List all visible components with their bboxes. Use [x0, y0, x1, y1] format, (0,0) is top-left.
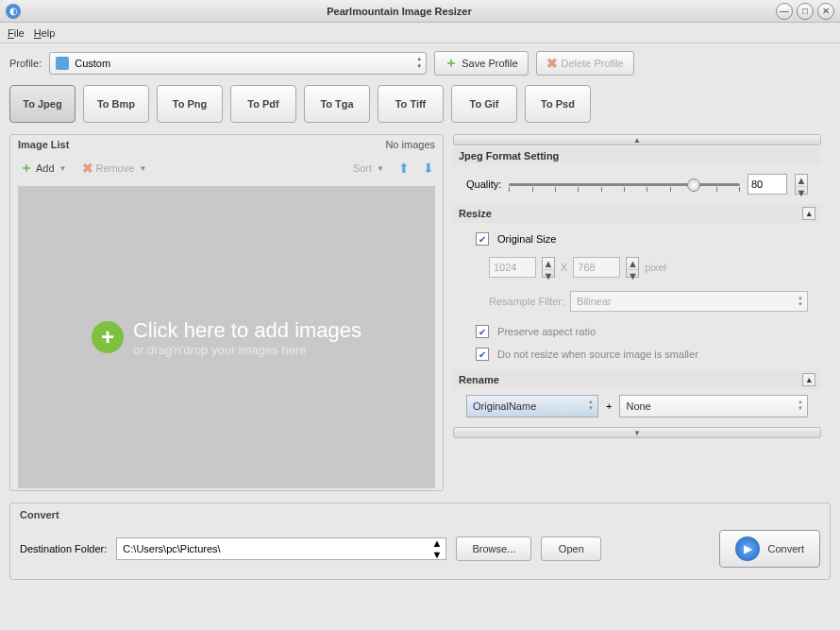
drop-text-2: or drag'n'drop your images here — [133, 343, 361, 357]
profile-select[interactable]: Custom ▲▼ — [49, 52, 427, 75]
chevron-updown-icon: ▲▼ — [798, 295, 803, 308]
collapse-toggle[interactable]: ▴ — [802, 373, 815, 386]
chevron-updown-icon: ▲▼ — [588, 399, 594, 412]
dest-label: Destination Folder: — [20, 543, 107, 554]
profile-row: Profile: Custom ▲▼ ＋ Save Profile ✖ Dele… — [9, 51, 831, 76]
x-icon: ✖ — [82, 161, 93, 176]
browse-button[interactable]: Browse... — [456, 536, 531, 561]
resample-label: Resample Filter: — [489, 296, 564, 307]
quality-slider[interactable] — [509, 175, 740, 194]
convert-panel: Convert Destination Folder: C:\Users\pc\… — [9, 502, 831, 580]
rename-first-select[interactable]: OriginalName ▲▼ — [466, 395, 598, 417]
format-tabs: To Jpeg To Bmp To Png To Pdf To Tga To T… — [9, 85, 831, 123]
chevron-updown-icon: ▲▼ — [416, 55, 422, 70]
titlebar: ◐ Pearlmountain Image Resizer — □ ✕ — [0, 0, 840, 23]
tab-to-tga[interactable]: To Tga — [304, 85, 370, 123]
window-title: Pearlmountain Image Resizer — [26, 6, 772, 17]
tab-to-png[interactable]: To Png — [157, 85, 223, 123]
rename-second-select[interactable]: None ▲▼ — [619, 395, 808, 417]
tab-to-gif[interactable]: To Gif — [451, 85, 517, 123]
quality-input[interactable]: 80 — [748, 174, 787, 195]
tab-to-tiff[interactable]: To Tiff — [378, 85, 444, 123]
jpeg-section-head: Jpeg Format Setting — [453, 147, 821, 164]
slider-thumb[interactable] — [687, 179, 700, 192]
tab-to-bmp[interactable]: To Bmp — [83, 85, 149, 123]
dest-input[interactable]: C:\Users\pc\Pictures\ ▲▼ — [116, 537, 446, 560]
chevron-updown-icon: ▲▼ — [798, 399, 803, 412]
height-input[interactable]: 768 — [573, 257, 620, 278]
menubar: File Help — [0, 23, 840, 43]
chevron-down-icon: ▼ — [377, 164, 384, 173]
chevron-down-icon: ▼ — [59, 164, 67, 173]
collapse-toggle[interactable]: ▴ — [802, 207, 815, 220]
remove-button[interactable]: ✖ Remove ▼ — [78, 159, 151, 178]
app-icon: ◐ — [6, 4, 21, 19]
add-circle-icon: + — [92, 321, 124, 353]
move-up-button[interactable]: ⬆ — [395, 160, 412, 177]
tab-to-jpeg[interactable]: To Jpeg — [9, 85, 76, 123]
plus-icon: ＋ — [20, 160, 33, 177]
plus-icon: ＋ — [445, 55, 458, 72]
chevron-down-icon: ▼ — [139, 164, 146, 173]
no-upscale-checkbox[interactable] — [476, 348, 489, 361]
image-list-panel: Image List No images ＋ Add ▼ ✖ Remove ▼ … — [9, 134, 444, 491]
image-drop-zone[interactable]: + Click here to add images or drag'n'dro… — [18, 186, 435, 488]
collapse-up-bar[interactable]: ▲ — [453, 134, 821, 145]
unit-label: pixel — [645, 262, 666, 273]
sort-button[interactable]: Sort ▼ — [349, 161, 388, 176]
preserve-ratio-checkbox[interactable] — [476, 325, 489, 338]
resample-select[interactable]: Bilinear ▲▼ — [570, 291, 808, 312]
close-button[interactable]: ✕ — [817, 3, 834, 20]
drop-text-1: Click here to add images — [133, 318, 361, 343]
tab-to-psd[interactable]: To Psd — [525, 85, 591, 123]
move-down-button[interactable]: ⬇ — [420, 160, 437, 177]
image-list-status: No images — [385, 139, 435, 150]
settings-panel: ▲ Jpeg Format Setting Quality: 80 ▲▼ R — [453, 134, 821, 491]
minimize-button[interactable]: — — [776, 3, 793, 20]
delete-profile-button[interactable]: ✖ Delete Profile — [536, 51, 634, 76]
width-input[interactable]: 1024 — [489, 257, 536, 278]
profile-label: Profile: — [9, 58, 42, 69]
no-upscale-label: Do not resize when source image is small… — [497, 349, 698, 360]
menu-file[interactable]: File — [8, 27, 25, 39]
maximize-button[interactable]: □ — [797, 3, 814, 20]
rename-plus: + — [606, 400, 612, 412]
image-list-title: Image List — [18, 139, 69, 150]
resize-section-head: Resize ▴ — [453, 204, 821, 223]
rename-section-head: Rename ▴ — [453, 370, 821, 389]
collapse-down-bar[interactable]: ▼ — [453, 427, 821, 438]
image-list-toolbar: ＋ Add ▼ ✖ Remove ▼ Sort ▼ ⬆ ⬇ — [10, 154, 443, 182]
quality-label: Quality: — [466, 179, 501, 190]
tab-to-pdf[interactable]: To Pdf — [230, 85, 296, 123]
menu-help[interactable]: Help — [34, 27, 56, 39]
width-spinner[interactable]: ▲▼ — [542, 257, 555, 278]
dim-sep: X — [561, 262, 567, 273]
play-icon: ▶ — [735, 536, 760, 561]
profile-value: Custom — [75, 58, 110, 69]
save-profile-button[interactable]: ＋ Save Profile — [434, 51, 528, 76]
chevron-updown-icon: ▲▼ — [431, 537, 442, 560]
height-spinner[interactable]: ▲▼ — [626, 257, 639, 278]
x-icon: ✖ — [546, 56, 558, 71]
convert-button[interactable]: ▶ Convert — [719, 530, 820, 568]
original-size-checkbox[interactable] — [476, 232, 489, 246]
convert-title: Convert — [20, 509, 820, 520]
open-button[interactable]: Open — [541, 536, 601, 561]
original-size-label: Original Size — [497, 233, 556, 245]
profile-icon — [56, 57, 69, 70]
quality-spinner[interactable]: ▲▼ — [795, 174, 808, 195]
preserve-ratio-label: Preserve aspect ratio — [497, 326, 596, 337]
add-button[interactable]: ＋ Add ▼ — [16, 158, 71, 179]
